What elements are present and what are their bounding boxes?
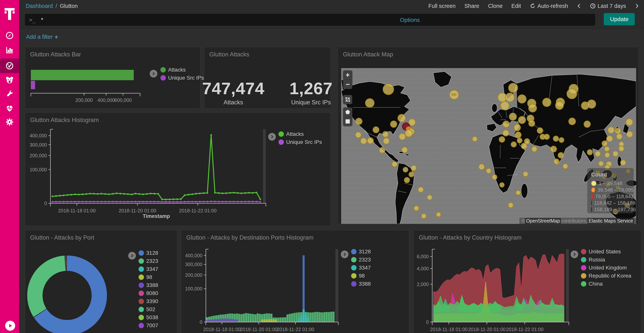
legend-item-republic-of-korea[interactable]: Republic of Korea: [581, 273, 631, 279]
attack-bubble[interactable]: [367, 138, 373, 144]
legend-item-3128[interactable]: 3128: [351, 249, 371, 255]
attack-bubble[interactable]: [563, 164, 568, 169]
time-back-button[interactable]: [577, 3, 581, 9]
attack-bubble[interactable]: [479, 164, 484, 170]
attack-bubble[interactable]: [383, 84, 394, 95]
zoom-out-button[interactable]: −: [343, 80, 352, 89]
legend-toggle-button[interactable]: [128, 252, 136, 259]
attack-bubble[interactable]: [472, 137, 477, 142]
legend-item-2323[interactable]: 2323: [138, 258, 158, 264]
legend-item-8080[interactable]: 8080: [138, 290, 158, 296]
attack-bubble[interactable]: [598, 161, 604, 166]
attack-bubble[interactable]: [528, 104, 537, 112]
attack-bubble[interactable]: [556, 102, 564, 110]
clone-button[interactable]: Clone: [488, 3, 502, 9]
options-link[interactable]: Options: [400, 12, 420, 28]
attack-bubble[interactable]: [427, 195, 432, 200]
attack-bubble[interactable]: [584, 121, 590, 127]
legend-item-united-states[interactable]: United States: [581, 249, 631, 255]
attack-bubble[interactable]: [514, 124, 520, 131]
attack-bubble[interactable]: [450, 90, 459, 99]
legend-item-united-kingdom[interactable]: United Kingdom: [581, 265, 631, 271]
zoom-in-button[interactable]: +: [343, 70, 352, 80]
attack-bubble[interactable]: [569, 118, 576, 125]
attack-bubble[interactable]: [421, 213, 426, 218]
attack-bubble[interactable]: [503, 130, 509, 136]
attack-bubble[interactable]: [373, 127, 379, 133]
attack-bubble[interactable]: [399, 133, 406, 140]
elastic-maps-link[interactable]: Elastic Maps Service: [588, 218, 634, 224]
attack-bubble[interactable]: [486, 168, 491, 173]
attack-bubble[interactable]: [542, 98, 551, 107]
legend-item-3128[interactable]: 3128: [138, 250, 158, 256]
full-screen-button[interactable]: Full screen: [428, 3, 456, 9]
attack-bubble[interactable]: [517, 138, 522, 143]
breadcrumb-dashboard[interactable]: Dashboard: [26, 3, 53, 9]
legend-item-3347[interactable]: 3347: [138, 266, 158, 272]
sidebar-item-management[interactable]: [0, 115, 19, 129]
search-input[interactable]: >_ *: [25, 14, 595, 26]
attack-bubble[interactable]: [511, 142, 516, 147]
time-range-picker[interactable]: Last 7 days: [590, 3, 626, 9]
attack-bubble[interactable]: [626, 119, 633, 126]
sidebar-item-discover[interactable]: [0, 29, 19, 42]
legend-item-china[interactable]: China: [581, 281, 631, 287]
legend-item-7007[interactable]: 7007: [138, 322, 158, 328]
legend-item-3388[interactable]: 3388: [138, 282, 158, 288]
attack-bubble[interactable]: [615, 128, 621, 134]
openstreetmap-link[interactable]: OpenStreetMap: [525, 218, 561, 224]
attack-bubble[interactable]: [392, 162, 397, 167]
attack-bubble[interactable]: [365, 99, 374, 107]
attack-bubble[interactable]: [521, 143, 527, 149]
sidebar-item-dashboard[interactable]: [0, 59, 19, 73]
attack-bubble[interactable]: [402, 147, 408, 153]
attack-bubble[interactable]: [553, 136, 558, 141]
attack-bubble[interactable]: [356, 118, 362, 125]
attack-bubble[interactable]: [411, 165, 416, 171]
legend-item-unique-src-ips[interactable]: Unique Src IPs: [278, 139, 322, 145]
attack-bubble[interactable]: [500, 183, 504, 187]
attack-bubble[interactable]: [508, 83, 518, 93]
update-button[interactable]: Update: [604, 13, 635, 25]
legend-item-98[interactable]: 98: [351, 273, 371, 279]
attack-bubble[interactable]: [518, 95, 526, 103]
attacks-histogram-chart[interactable]: 0100,000200,000300,000400,0002018-11-18 …: [25, 113, 331, 226]
sidebar-item-dev-tools[interactable]: [0, 87, 19, 101]
attack-bubble[interactable]: [355, 132, 361, 138]
attack-bubble[interactable]: [523, 171, 528, 176]
attack-bubble[interactable]: [506, 93, 514, 102]
attack-bubble[interactable]: [604, 146, 610, 151]
sidebar-item-visualize[interactable]: [0, 43, 19, 57]
attack-bubble[interactable]: [383, 138, 390, 144]
attack-bubble[interactable]: [404, 177, 410, 183]
attack-bubble[interactable]: [379, 147, 385, 153]
attack-bubble[interactable]: [558, 153, 564, 158]
share-button[interactable]: Share: [464, 3, 479, 9]
crop-icon[interactable]: [343, 95, 352, 104]
tmobile-logo-icon[interactable]: [0, 5, 19, 23]
attack-bubble[interactable]: [550, 146, 556, 152]
attack-bubble[interactable]: [414, 206, 419, 211]
legend-toggle-button[interactable]: [268, 133, 276, 141]
attack-bubble[interactable]: [559, 138, 564, 143]
attack-bubble[interactable]: [360, 138, 367, 144]
attack-bubble[interactable]: [608, 127, 614, 133]
attack-bubble[interactable]: [587, 150, 592, 155]
legend-toggle-button[interactable]: [341, 250, 348, 258]
attack-bubble[interactable]: [602, 141, 607, 146]
legend-toggle-button[interactable]: [150, 70, 157, 78]
add-filter-button[interactable]: Add a filter+: [26, 33, 58, 41]
attack-bubble[interactable]: [382, 131, 388, 137]
attack-bubble[interactable]: [516, 190, 520, 195]
legend-item-98[interactable]: 98: [138, 274, 158, 280]
auto-refresh-button[interactable]: Auto-refresh: [530, 3, 568, 9]
attack-bubble[interactable]: [605, 153, 610, 157]
legend-item-attacks[interactable]: Attacks: [278, 131, 322, 137]
attack-bubble[interactable]: [503, 121, 509, 127]
attack-bubble[interactable]: [403, 167, 408, 172]
attack-bubble[interactable]: [619, 146, 624, 151]
rectangle-draw-icon[interactable]: [343, 117, 352, 126]
attack-bubble[interactable]: [390, 121, 397, 127]
attack-bubble[interactable]: [436, 212, 441, 217]
legend-item-attacks[interactable]: Attacks: [160, 67, 204, 73]
